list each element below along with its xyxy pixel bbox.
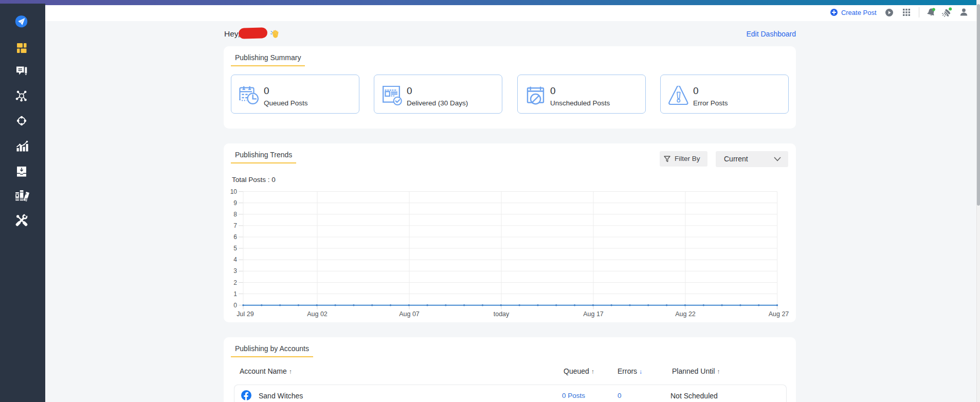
svg-text:today: today bbox=[494, 310, 510, 318]
svg-text:1: 1 bbox=[233, 290, 237, 298]
svg-text:Aug 22: Aug 22 bbox=[675, 310, 696, 318]
svg-text:8: 8 bbox=[233, 211, 237, 218]
svg-text:2: 2 bbox=[233, 279, 237, 286]
svg-text:4: 4 bbox=[233, 256, 237, 263]
svg-text:0: 0 bbox=[233, 302, 237, 309]
svg-text:7: 7 bbox=[233, 222, 237, 229]
svg-text:6: 6 bbox=[233, 233, 237, 241]
svg-text:Aug 07: Aug 07 bbox=[399, 310, 420, 318]
svg-text:5: 5 bbox=[233, 245, 237, 252]
svg-text:Aug 27: Aug 27 bbox=[769, 310, 789, 318]
svg-text:3: 3 bbox=[233, 267, 237, 275]
svg-text:Jul 29: Jul 29 bbox=[237, 310, 253, 318]
svg-text:Aug 02: Aug 02 bbox=[307, 310, 328, 318]
svg-text:Aug 17: Aug 17 bbox=[583, 310, 604, 318]
svg-text:9: 9 bbox=[233, 199, 237, 207]
svg-text:10: 10 bbox=[230, 188, 238, 195]
